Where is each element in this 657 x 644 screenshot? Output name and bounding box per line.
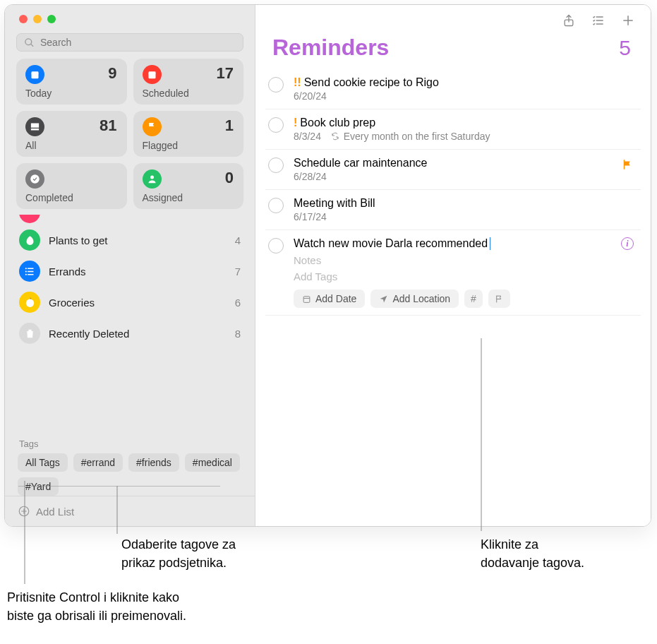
add-location-button[interactable]: Add Location [370,290,459,308]
search-icon [24,37,35,48]
list-check-icon [591,13,605,28]
reminder-row[interactable]: Schedule car maintenance 6/28/24 [265,150,641,190]
add-flag-button[interactable] [488,290,510,308]
repeat-icon [331,132,339,141]
flag-icon [495,294,504,304]
smart-label: All [25,140,37,151]
share-button[interactable] [562,13,576,28]
lead-line [23,481,27,585]
tag-chip[interactable]: #medical [185,453,240,472]
reminder-meta: 8/3/24 Every month on the first Saturday [294,131,634,142]
flag-icon [621,158,634,171]
share-icon [562,13,576,28]
complete-checkbox[interactable] [268,117,284,133]
complete-checkbox[interactable] [268,198,284,213]
list-item-cropped[interactable] [5,215,255,225]
reminder-row[interactable]: ! Book club prep 8/3/24 Every month on t… [265,109,641,150]
svg-rect-10 [303,296,310,302]
smart-count: 17 [217,64,234,83]
smart-label: Scheduled [143,88,189,99]
reminder-row[interactable]: Watch new movie Darla recommended Notes … [265,230,641,316]
smart-list-assigned[interactable]: 0 Assigned [133,163,244,209]
reminder-title-editing[interactable]: Watch new movie Darla recommended [294,237,621,250]
smart-count: 81 [100,117,116,135]
add-tag-button[interactable]: # [464,290,483,308]
list-name: Groceries [49,297,235,309]
callout-ctrl-click: Pritisnite Control i kliknite kako biste… [7,588,186,625]
calendar-icon [25,65,44,84]
smart-list-today[interactable]: 9 Today [16,59,127,105]
add-date-button[interactable]: Add Date [294,290,365,308]
smart-label: Assigned [143,192,183,203]
reminder-meta: 6/17/24 [294,211,634,222]
smart-lists-grid: 9 Today 17 Scheduled 81 All 1 Flagged Co… [5,59,255,209]
tag-chip[interactable]: All Tags [18,453,68,472]
callout-tags-select: Odaberite tagove za prikaz podsjetnika. [121,535,236,572]
search-field[interactable] [16,33,243,52]
hash-icon: # [471,293,476,304]
quick-actions: Add Date Add Location # [294,290,621,308]
app-window: 9 Today 17 Scheduled 81 All 1 Flagged Co… [4,4,651,527]
trash-icon [19,323,40,344]
reminder-title[interactable]: Meeting with Bill [294,197,634,210]
reminder-title[interactable]: ! Book club prep [294,117,634,129]
reminder-row[interactable]: !! Send cookie recipe to Rigo 6/20/24 [265,69,641,109]
plus-icon [621,13,635,28]
priority-indicator: !! [294,76,301,89]
toolbar [255,5,651,30]
complete-checkbox[interactable] [268,77,284,93]
minimize-window-button[interactable] [33,15,42,23]
fullscreen-window-button[interactable] [47,15,56,23]
close-window-button[interactable] [19,15,28,23]
smart-list-flagged[interactable]: 1 Flagged [133,111,244,157]
callout-add-tags: Kliknite za dodavanje tagova. [481,535,584,572]
person-icon [143,169,162,189]
sidebar: 9 Today 17 Scheduled 81 All 1 Flagged Co… [5,5,255,526]
list-icon [19,261,40,282]
calendar-icon [143,65,162,84]
flag-icon [143,117,162,136]
complete-checkbox[interactable] [268,238,284,254]
lead-line [18,486,223,535]
list-item[interactable]: Groceries 6 [5,287,255,318]
svg-point-2 [30,174,40,184]
tag-chip[interactable]: #friends [128,453,179,472]
my-lists: Plants to get 4 Errands 7 Groceries 6 Re… [5,215,255,430]
search-input[interactable] [40,37,236,48]
list-name: Recently Deleted [49,328,235,340]
lead-line [479,338,483,532]
svg-point-3 [150,176,154,179]
location-arrow-icon [379,294,388,304]
lemon-icon [19,292,40,313]
smart-list-scheduled[interactable]: 17 Scheduled [133,59,244,105]
list-title-bar: Reminders 5 [255,30,651,69]
tags-header: Tags [5,430,255,453]
calendar-icon [302,294,311,304]
tag-chip[interactable]: #errand [73,453,123,472]
list-count: 8 [235,328,241,340]
notes-placeholder[interactable]: Notes [294,254,621,266]
list-item[interactable]: Plants to get 4 [5,225,255,256]
reminder-title[interactable]: !! Send cookie recipe to Rigo [294,76,634,89]
tags-placeholder[interactable]: Add Tags [294,270,621,282]
smart-label: Flagged [143,140,179,151]
reminders-rows: !! Send cookie recipe to Rigo 6/20/24! B… [255,69,651,316]
view-options-button[interactable] [591,13,605,28]
leaf-icon [19,229,40,251]
svg-rect-0 [32,71,39,78]
info-button[interactable]: i [621,237,634,250]
list-name: Plants to get [49,234,235,246]
complete-checkbox[interactable] [268,157,284,173]
window-controls [5,5,255,29]
list-item[interactable]: Errands 7 [5,256,255,287]
reminder-title[interactable]: Schedule car maintenance [294,157,621,169]
new-reminder-button[interactable] [621,13,635,28]
smart-list-completed[interactable]: Completed [16,163,127,209]
main-panel: Reminders 5 !! Send cookie recipe to Rig… [255,5,651,526]
reminder-row[interactable]: Meeting with Bill 6/17/24 [265,190,641,230]
list-count: 5 [619,36,631,60]
list-item[interactable]: Recently Deleted 8 [5,318,255,349]
check-icon [25,169,44,189]
smart-list-all[interactable]: 81 All [16,111,127,157]
list-name: Errands [49,266,235,278]
